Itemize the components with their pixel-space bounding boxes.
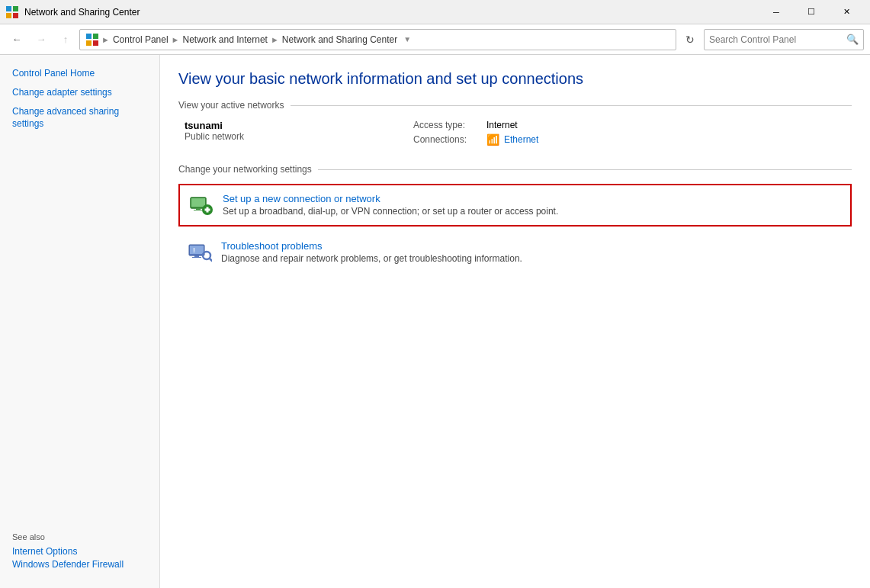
- network-name-col: tsunami Public network: [185, 120, 413, 146]
- network-details: Access type: Internet Connections: 📶 Eth…: [413, 120, 538, 146]
- change-settings-label: Change your networking settings: [178, 164, 318, 175]
- ethernet-link[interactable]: Ethernet: [504, 134, 538, 145]
- sidebar-footer: See also Internet Options Windows Defend…: [0, 523, 159, 579]
- new-connection-content: Set up a new connection or network Set u…: [223, 193, 558, 217]
- section-divider-2: [318, 169, 852, 170]
- troubleshoot-desc: Diagnose and repair network problems, or…: [221, 253, 522, 264]
- svg-rect-18: [194, 255, 199, 257]
- sidebar-item-change-advanced-sharing[interactable]: Change advanced sharing settings: [0, 102, 159, 134]
- content-area: View your basic network information and …: [160, 55, 870, 588]
- back-button[interactable]: ←: [6, 29, 27, 50]
- svg-rect-19: [192, 257, 201, 258]
- see-also-label: See also: [12, 532, 147, 541]
- access-type-row: Access type: Internet: [413, 120, 538, 130]
- section-divider: [291, 105, 852, 106]
- minimize-button[interactable]: ─: [759, 0, 794, 24]
- svg-rect-5: [93, 34, 98, 39]
- sidebar-item-control-panel-home[interactable]: Control Panel Home: [0, 64, 159, 83]
- breadcrumb-sep-0: ►: [101, 35, 110, 44]
- new-connection-svg: [189, 193, 213, 217]
- forward-button[interactable]: →: [30, 29, 52, 50]
- svg-rect-12: [194, 210, 203, 210]
- sidebar: Control Panel Home Change adapter settin…: [0, 55, 160, 588]
- address-box[interactable]: ► Control Panel ► Network and Internet ►…: [79, 29, 676, 50]
- sidebar-internet-options[interactable]: Internet Options: [12, 546, 147, 557]
- maximize-button[interactable]: ☐: [794, 0, 829, 24]
- troubleshoot-content: Troubleshoot problems Diagnose and repai…: [221, 240, 522, 264]
- sidebar-item-change-adapter[interactable]: Change adapter settings: [0, 83, 159, 102]
- new-connection-desc: Set up a broadband, dial-up, or VPN conn…: [223, 206, 558, 217]
- new-connection-link[interactable]: Set up a new connection or network: [223, 193, 380, 204]
- main-layout: Control Panel Home Change adapter settin…: [0, 55, 870, 588]
- breadcrumb-sep-1: ►: [172, 35, 180, 44]
- control-panel-icon: [86, 34, 98, 46]
- svg-rect-6: [86, 40, 91, 46]
- svg-rect-0: [6, 6, 11, 11]
- search-icon: 🔍: [846, 34, 859, 45]
- network-type: Public network: [185, 131, 413, 142]
- network-info: tsunami Public network Access type: Inte…: [178, 120, 852, 146]
- troubleshoot-link[interactable]: Troubleshoot problems: [221, 240, 322, 252]
- troubleshoot-item[interactable]: ! Troubleshoot problems Diagnose and rep…: [178, 233, 852, 272]
- page-title: View your basic network information and …: [178, 70, 852, 88]
- sidebar-windows-defender-firewall[interactable]: Windows Defender Firewall: [12, 559, 147, 570]
- breadcrumb-sharing-center[interactable]: Network and Sharing Center: [282, 34, 397, 45]
- access-type-value: Internet: [486, 120, 518, 130]
- svg-rect-10: [191, 198, 205, 207]
- breadcrumb-sep-2: ►: [271, 35, 279, 44]
- search-box[interactable]: 🔍: [704, 29, 864, 50]
- breadcrumb-network-internet[interactable]: Network and Internet: [183, 34, 268, 45]
- refresh-button[interactable]: ↻: [679, 29, 701, 50]
- titlebar-app-icon: [6, 6, 18, 18]
- network-name: tsunami: [185, 120, 413, 131]
- svg-text:!: !: [193, 246, 195, 254]
- access-type-label: Access type:: [413, 120, 482, 130]
- titlebar-left: Network and Sharing Center: [6, 6, 140, 18]
- search-input[interactable]: [709, 34, 843, 45]
- svg-rect-4: [86, 34, 91, 39]
- connections-row: Connections: 📶 Ethernet: [413, 133, 538, 146]
- troubleshoot-svg: !: [188, 240, 212, 265]
- svg-rect-7: [93, 40, 98, 46]
- troubleshoot-icon: !: [188, 240, 212, 265]
- svg-rect-3: [13, 13, 18, 18]
- close-button[interactable]: ✕: [829, 0, 864, 24]
- ethernet-icon: 📶: [486, 133, 499, 146]
- svg-rect-1: [13, 6, 18, 11]
- new-connection-item[interactable]: Set up a new connection or network Set u…: [178, 184, 852, 227]
- svg-rect-17: [190, 246, 204, 254]
- connections-label: Connections:: [413, 134, 482, 145]
- svg-line-21: [210, 259, 212, 261]
- change-settings-header: Change your networking settings: [178, 164, 852, 175]
- new-connection-icon: [189, 193, 213, 217]
- address-dropdown-arrow[interactable]: ▼: [403, 35, 411, 43]
- sidebar-nav: Control Panel Home Change adapter settin…: [0, 64, 159, 133]
- titlebar: Network and Sharing Center ─ ☐ ✕: [0, 0, 870, 24]
- window-controls: ─ ☐ ✕: [759, 0, 864, 24]
- active-networks-label: View your active networks: [178, 100, 291, 111]
- svg-rect-2: [6, 13, 11, 18]
- breadcrumb-control-panel[interactable]: Control Panel: [113, 34, 169, 45]
- svg-rect-15: [205, 209, 210, 211]
- address-bar: ← → ↑ ► Control Panel ► Network and Inte…: [0, 24, 870, 55]
- active-networks-header: View your active networks: [178, 100, 852, 111]
- window-title: Network and Sharing Center: [24, 7, 140, 18]
- up-button[interactable]: ↑: [55, 29, 76, 50]
- svg-rect-11: [196, 208, 201, 210]
